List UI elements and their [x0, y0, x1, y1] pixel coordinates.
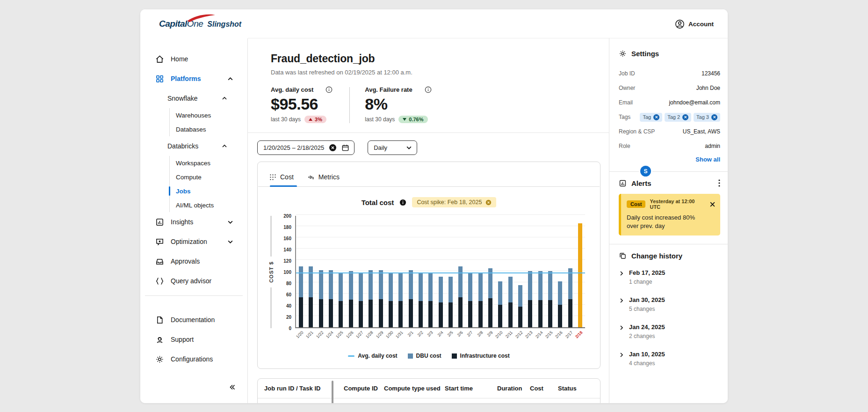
chevron-down-icon[interactable] [227, 239, 233, 245]
col-duration[interactable]: Duration [491, 385, 523, 392]
cost-chart-card: Cost Metrics Total cost Cost spike: Feb … [257, 162, 600, 369]
change-history-list: Feb 17, 20251 change Jan 30, 20255 chang… [619, 269, 720, 367]
sidebar-item-home[interactable]: Home [140, 49, 247, 69]
change-history-entry[interactable]: Jan 24, 20252 changes [619, 324, 720, 339]
sidebar-item-insights[interactable]: Insights [140, 212, 247, 232]
change-history-header: Change history [609, 252, 728, 260]
slingshot-fab[interactable]: S [640, 166, 651, 177]
bar-1/26: 1/26 [346, 216, 356, 327]
active-tab-underline [270, 185, 297, 187]
dismiss-spike-icon[interactable] [485, 199, 492, 206]
sidebar-item-approvals[interactable]: Approvals [140, 251, 247, 271]
dbu-swatch [408, 353, 413, 359]
close-alert-icon[interactable] [709, 201, 716, 207]
chevron-up-icon[interactable] [222, 143, 227, 149]
main-content: Fraud_detection_job Data was last refres… [248, 38, 609, 403]
tab-track [258, 186, 600, 187]
stats-row: Avg. daily cost $95.56 last 30 days 3% A… [271, 86, 609, 123]
refreshed-text: Data was last refreshed on 02/19/2025 at… [271, 69, 609, 76]
kebab-menu-icon[interactable] [718, 179, 720, 187]
cost-spike-badge[interactable]: Cost spike: Feb 18, 2025 [412, 197, 496, 207]
remove-tag-icon[interactable]: ✕ [682, 114, 688, 120]
bar-2/3: 2/3 [426, 216, 435, 327]
bar-1/21: 1/21 [306, 216, 316, 327]
insights-chart-icon [155, 218, 164, 227]
calendar-icon[interactable] [341, 144, 349, 152]
region-label: Region & CSP [619, 128, 655, 135]
sidebar-collapse-icon[interactable] [229, 383, 236, 391]
legend-dbu-cost: DBU cost [408, 353, 441, 359]
remove-tag-icon[interactable]: ✕ [653, 114, 659, 120]
tag-chip[interactable]: Tag 2✕ [665, 113, 691, 122]
chevron-up-icon[interactable] [227, 76, 233, 82]
sidebar-item-documentation[interactable]: Documentation [140, 310, 247, 330]
sidebar-item-warehouses[interactable]: Warehouses [170, 108, 247, 122]
bar-1/29: 1/29 [376, 216, 386, 327]
change-history-entry[interactable]: Feb 17, 20251 change [619, 269, 720, 285]
tab-cost[interactable]: Cost [269, 173, 294, 186]
bar-2/2: 2/2 [416, 216, 426, 327]
bar-2/8: 2/8 [476, 216, 485, 327]
down-arrow-icon [403, 118, 406, 121]
clear-date-icon[interactable] [329, 144, 337, 152]
chart-plot: 1/201/211/221/241/251/261/271/281/291/30… [295, 216, 585, 328]
bar-2/16: 2/16 [555, 216, 565, 327]
sidebar-item-optimization[interactable]: Optimization [140, 232, 247, 251]
sidebar-item-platforms[interactable]: Platforms [140, 69, 247, 88]
col-status[interactable]: Status [551, 385, 594, 392]
approvals-inbox-icon [155, 257, 164, 266]
chevron-up-icon[interactable] [222, 96, 227, 101]
sidebar-item-support[interactable]: Support [140, 330, 247, 349]
change-history-entry[interactable]: Jan 30, 20255 changes [619, 296, 720, 312]
cost-grid-icon [269, 174, 276, 181]
show-all-link[interactable]: Show all [609, 156, 720, 163]
info-icon[interactable] [425, 86, 432, 93]
col-compute-id[interactable]: Compute ID [337, 385, 377, 392]
granularity-select[interactable]: Daily [368, 140, 417, 155]
optimization-star-bubble-icon [155, 237, 164, 246]
col-compute-type[interactable]: Compute type used [377, 385, 438, 392]
granularity-value: Daily [374, 144, 387, 151]
bar-1/31: 1/31 [396, 216, 405, 327]
job-runs-table: Job run ID / Task ID Compute ID Compute … [257, 378, 600, 403]
sidebar-item-databases[interactable]: Databases [170, 122, 247, 136]
sidebar-item-workspaces[interactable]: Workspaces [170, 156, 247, 170]
info-filled-icon[interactable] [399, 199, 406, 206]
tag-chip[interactable]: Tag✕ [640, 113, 662, 122]
capitalone-swoosh-icon [186, 14, 216, 24]
tag-chips: Tag✕ Tag 2✕ Tag 3✕ [640, 113, 720, 122]
sidebar-item-configurations[interactable]: Configurations [140, 349, 247, 369]
tab-metrics[interactable]: Metrics [308, 173, 340, 186]
tag-chip[interactable]: Tag 3✕ [694, 113, 720, 122]
sidebar-item-databricks[interactable]: Databricks [140, 136, 247, 156]
col-cost[interactable]: Cost [523, 385, 551, 392]
job-id-value: 123456 [702, 70, 720, 77]
remove-tag-icon[interactable]: ✕ [711, 114, 717, 120]
region-value: US_East, AWS [683, 128, 720, 135]
sidebar-bottom-group: Documentation Support Configurations [140, 296, 247, 369]
sidebar: Home Platforms Snowflake Warehouses Data… [140, 38, 248, 403]
metrics-bars-icon [308, 174, 315, 181]
change-history-entry[interactable]: Jan 10, 20254 changes [619, 351, 720, 367]
info-icon[interactable] [326, 86, 333, 93]
date-range-input[interactable]: 1/20/2025 – 2/18/2025 [257, 140, 354, 155]
sidebar-item-query-advisor[interactable]: Query advisor [140, 271, 247, 291]
col-job-run-id[interactable]: Job run ID / Task ID [258, 385, 337, 392]
col-cpu[interactable]: CPU [594, 385, 600, 392]
table-header-row: Job run ID / Task ID Compute ID Compute … [258, 379, 600, 398]
email-value: johndoe@email.com [669, 99, 720, 106]
account-menu[interactable]: Account [675, 19, 714, 29]
sidebar-item-aiml-objects[interactable]: AI/ML objects [170, 198, 247, 212]
sidebar-item-jobs[interactable]: Jobs [170, 184, 247, 198]
sidebar-item-compute[interactable]: Compute [170, 170, 247, 184]
column-scrollbar[interactable] [332, 381, 333, 403]
chevron-down-icon[interactable] [227, 219, 233, 225]
infra-swatch [452, 353, 457, 359]
col-start-time[interactable]: Start time [438, 385, 491, 392]
alerts-header: Alerts [609, 179, 728, 187]
sidebar-item-snowflake[interactable]: Snowflake [140, 88, 247, 108]
support-headset-icon [155, 335, 164, 344]
page-title: Fraud_detection_job [271, 52, 609, 65]
table-row[interactable]: 1398074687 12049293829 Job compute 2/18/… [258, 398, 600, 403]
alerts-chart-icon [619, 179, 627, 187]
